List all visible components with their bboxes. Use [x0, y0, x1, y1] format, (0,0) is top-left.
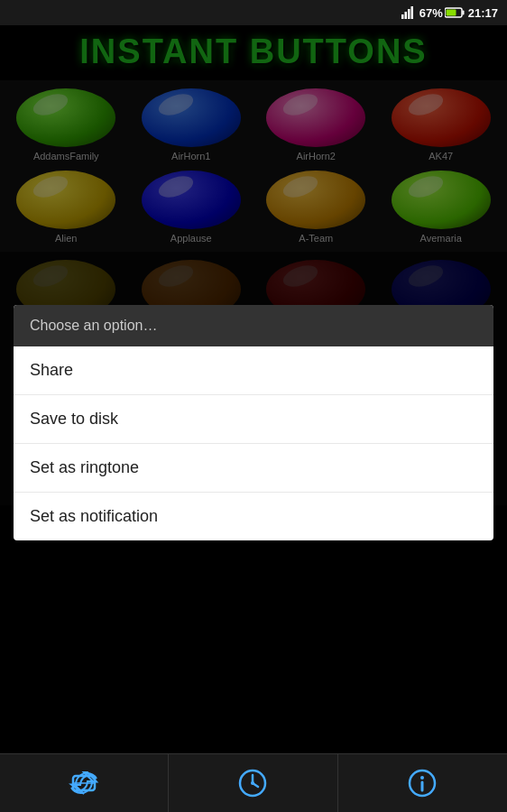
- svg-rect-3: [410, 6, 413, 19]
- toolbar-btn-rotate[interactable]: [0, 754, 169, 812]
- modal-option-share[interactable]: Share: [14, 346, 493, 395]
- info-icon: [406, 767, 438, 799]
- status-bar: 67% 21:17: [0, 0, 507, 25]
- battery-container: 67%: [419, 6, 465, 20]
- svg-point-12: [251, 781, 254, 785]
- bottom-toolbar: [0, 753, 507, 812]
- battery-icon: [445, 7, 465, 18]
- signal-icon: [401, 6, 416, 19]
- content-area: INSTANT BUTTONS AddamsFamily AirHorn1 Ai…: [0, 25, 507, 753]
- svg-rect-0: [401, 14, 404, 19]
- svg-rect-1: [404, 12, 407, 19]
- modal-dialog: Choose an option… Share Save to disk Set…: [14, 305, 493, 540]
- modal-option-notification[interactable]: Set as notification: [14, 493, 493, 540]
- status-icons: 67% 21:17: [401, 6, 498, 20]
- clock-icon: [236, 767, 269, 799]
- svg-rect-6: [446, 10, 456, 16]
- toolbar-btn-info[interactable]: [338, 754, 507, 812]
- modal-overlay[interactable]: Choose an option… Share Save to disk Set…: [0, 25, 507, 753]
- time-display: 21:17: [468, 6, 498, 20]
- modal-header-text: Choose an option…: [30, 318, 157, 333]
- svg-rect-2: [408, 9, 410, 19]
- modal-option-save[interactable]: Save to disk: [14, 395, 493, 444]
- rotate-icon: [68, 767, 100, 799]
- modal-header: Choose an option…: [14, 305, 493, 346]
- svg-point-14: [420, 776, 424, 780]
- toolbar-btn-clock[interactable]: [169, 754, 337, 812]
- svg-rect-5: [462, 11, 464, 15]
- modal-option-ringtone[interactable]: Set as ringtone: [14, 444, 493, 493]
- battery-text: 67%: [419, 6, 443, 20]
